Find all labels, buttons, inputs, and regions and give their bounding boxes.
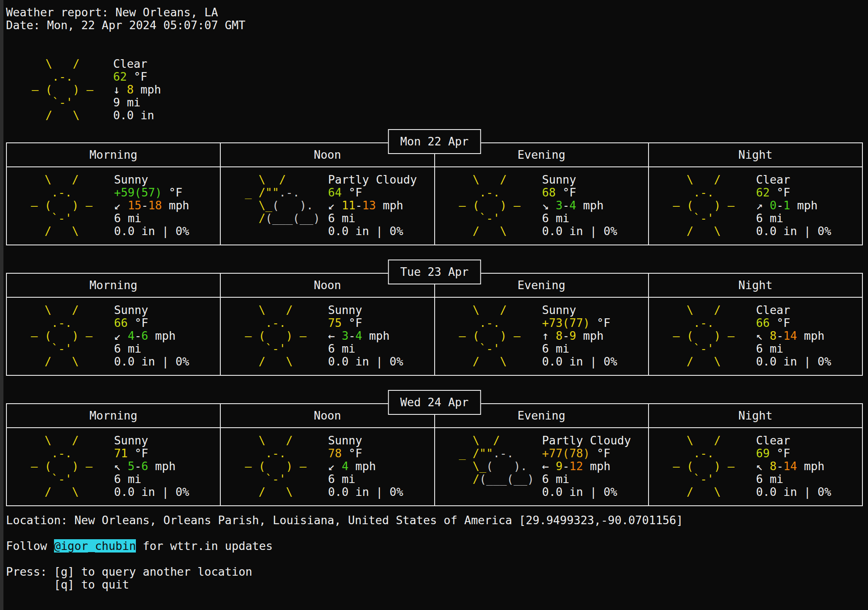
- sun-icon: \ / .-. ― ( ) ― `-' / \: [7, 173, 114, 238]
- forecast-cell-tue-morning: \ / .-. ― ( ) ― `-' / \ Sunny 66 °F ↙ 4-…: [7, 298, 220, 375]
- day-section-mon: Mon 22 AprMorningNoonEveningNight \ / .-…: [6, 142, 863, 245]
- current-conditions-info: Clear 62 °F ↓ 8 mph 9 mi 0.0 in: [113, 57, 161, 122]
- follow-suffix: for wttr.in updates: [136, 539, 273, 553]
- sun-icon: \ / .-. ― ( ) ― `-' / \: [7, 434, 114, 498]
- forecast-row: \ / .-. ― ( ) ― `-' / \ Sunny 66 °F ↙ 4-…: [7, 298, 862, 375]
- cell-info: Partly Cloudy +77(78) °F ← 9-12 mph 6 mi…: [542, 434, 631, 498]
- cell-info: Sunny 75 °F ← 3-4 mph 6 mi 0.0 in | 0%: [328, 304, 403, 368]
- forecast-cell-wed-night: \ / .-. ― ( ) ― `-' / \ Clear 69 °F ↖ 8-…: [648, 428, 862, 505]
- column-header-morning: Morning: [7, 404, 220, 427]
- column-header-night: Night: [648, 274, 862, 297]
- cell-info: Sunny 66 °F ↙ 4-6 mph 6 mi 0.0 in | 0%: [114, 304, 189, 368]
- sun-icon: \ / .-. ― ( ) ― `-' / \: [649, 434, 756, 498]
- day-section-wed: Wed 24 AprMorningNoonEveningNight \ / .-…: [6, 403, 863, 506]
- cell-info: Sunny 78 °F ↙ 4 mph 6 mi 0.0 in | 0%: [328, 434, 403, 498]
- forecast-row: \ / .-. ― ( ) ― `-' / \ Sunny 71 °F ↖ 5-…: [7, 428, 862, 505]
- follow-line: Follow @igor_chubin for wttr.in updates: [6, 540, 868, 553]
- cell-info: Sunny +73(77) °F ↑ 8-9 mph 6 mi 0.0 in |…: [542, 304, 618, 368]
- sun-icon: \ / .-. ― ( ) ― `-' / \: [221, 304, 328, 368]
- footer: Location: New Orleans, Orleans Parish, L…: [6, 514, 868, 591]
- forecast-cell-wed-noon: \ / .-. ― ( ) ― `-' / \ Sunny 78 °F ↙ 4 …: [220, 428, 434, 505]
- forecast-cell-mon-noon: \ / _ /"".-. \_( ). /(___(__)Partly Clou…: [220, 167, 434, 245]
- sun-icon: \ / .-. ― ( ) ― `-' / \: [6, 57, 113, 122]
- follow-prefix: Follow: [6, 539, 54, 553]
- forecast-cell-mon-night: \ / .-. ― ( ) ― `-' / \ Clear 62 °F ↗ 0-…: [648, 167, 862, 245]
- report-date: Date: Mon, 22 Apr 2024 05:07:07 GMT: [6, 19, 868, 32]
- location-line: Location: New Orleans, Orleans Parish, L…: [6, 514, 868, 527]
- cell-info: Sunny +59(57) °F ↙ 15-18 mph 6 mi 0.0 in…: [114, 173, 189, 238]
- current-conditions: \ / .-. ― ( ) ― `-' / \ Clear 62 °F ↓ 8 …: [6, 57, 868, 122]
- forecast-cell-tue-night: \ / .-. ― ( ) ― `-' / \ Clear 66 °F ↖ 8-…: [648, 298, 862, 375]
- forecast-row: \ / .-. ― ( ) ― `-' / \ Sunny +59(57) °F…: [7, 167, 862, 245]
- sun-icon: \ / .-. ― ( ) ― `-' / \: [7, 304, 114, 368]
- forecast-sections: Mon 22 AprMorningNoonEveningNight \ / .-…: [6, 142, 868, 506]
- column-header-morning: Morning: [7, 274, 220, 297]
- terminal-screen[interactable]: Weather report: New Orleans, LA Date: Mo…: [0, 0, 868, 610]
- forecast-cell-mon-evening: \ / .-. ― ( ) ― `-' / \ Sunny 68 °F ↘ 3-…: [434, 167, 648, 245]
- sun-icon: \ / .-. ― ( ) ― `-' / \: [435, 304, 542, 368]
- cell-info: Clear 66 °F ↖ 8-14 mph 6 mi 0.0 in | 0%: [756, 304, 832, 368]
- forecast-cell-wed-evening: \ / _ /"".-. \_( ). /(___(__)Partly Clou…: [434, 428, 648, 505]
- sun-icon: \ / .-. ― ( ) ― `-' / \: [435, 173, 542, 238]
- forecast-cell-tue-evening: \ / .-. ― ( ) ― `-' / \ Sunny +73(77) °F…: [434, 298, 648, 375]
- forecast-cell-mon-morning: \ / .-. ― ( ) ― `-' / \ Sunny +59(57) °F…: [7, 167, 220, 245]
- sun-icon: \ / .-. ― ( ) ― `-' / \: [221, 434, 328, 498]
- column-header-night: Night: [648, 143, 862, 166]
- column-header-morning: Morning: [7, 143, 220, 166]
- twitter-handle: @igor_chubin: [54, 539, 136, 553]
- date-box-mon: Mon 22 Apr: [388, 129, 481, 154]
- cell-info: Partly Cloudy 64 °F ↙ 11-13 mph 6 mi 0.0…: [328, 173, 417, 238]
- press-hint-query: Press: [g] to query another location: [6, 565, 868, 578]
- cell-info: Sunny 68 °F ↘ 3-4 mph 6 mi 0.0 in | 0%: [542, 173, 618, 238]
- cell-info: Clear 62 °F ↗ 0-1 mph 6 mi 0.0 in | 0%: [756, 173, 832, 238]
- press-hint-quit: [q] to quit: [6, 578, 868, 591]
- partly-cloudy-icon: \ / _ /"".-. \_( ). /(___(__): [221, 173, 328, 238]
- report-title: Weather report: New Orleans, LA: [6, 6, 868, 19]
- cell-info: Clear 69 °F ↖ 8-14 mph 6 mi 0.0 in | 0%: [756, 434, 832, 498]
- day-section-tue: Tue 23 AprMorningNoonEveningNight \ / .-…: [6, 273, 863, 376]
- date-box-wed: Wed 24 Apr: [388, 390, 481, 415]
- forecast-cell-tue-noon: \ / .-. ― ( ) ― `-' / \ Sunny 75 °F ← 3-…: [220, 298, 434, 375]
- date-box-tue: Tue 23 Apr: [388, 260, 481, 284]
- column-header-night: Night: [648, 404, 862, 427]
- forecast-cell-wed-morning: \ / .-. ― ( ) ― `-' / \ Sunny 71 °F ↖ 5-…: [7, 428, 220, 505]
- cell-info: Sunny 71 °F ↖ 5-6 mph 6 mi 0.0 in | 0%: [114, 434, 189, 498]
- partly-cloudy-icon: \ / _ /"".-. \_( ). /(___(__): [435, 434, 542, 498]
- sun-icon: \ / .-. ― ( ) ― `-' / \: [649, 173, 756, 238]
- sun-icon: \ / .-. ― ( ) ― `-' / \: [649, 304, 756, 368]
